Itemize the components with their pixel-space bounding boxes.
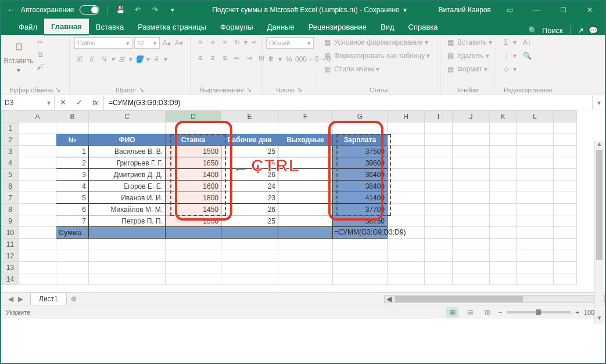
underline-icon[interactable]: Ч: [99, 54, 109, 64]
decrease-font-icon[interactable]: A▾: [174, 38, 184, 48]
spreadsheet-grid[interactable]: A B C D E F G H I J K L 1 2 № ФИО Ставка…: [1, 110, 605, 292]
delete-cells-icon[interactable]: ▦: [445, 51, 456, 61]
col-header[interactable]: [554, 111, 577, 122]
cell[interactable]: 38400: [333, 181, 388, 192]
col-header[interactable]: H: [388, 111, 425, 122]
orientation-icon[interactable]: ↻: [232, 37, 242, 48]
row-header[interactable]: 5: [2, 169, 19, 181]
expand-formula-icon[interactable]: ▾: [592, 95, 605, 110]
cell[interactable]: №: [56, 134, 89, 146]
font-color-icon[interactable]: A: [151, 54, 162, 64]
zoom-out-icon[interactable]: −: [499, 309, 502, 316]
align-middle-icon[interactable]: ≡: [207, 37, 218, 48]
copy-icon[interactable]: ⧉: [35, 49, 45, 60]
bold-icon[interactable]: Ж: [74, 54, 85, 64]
cell[interactable]: 7: [56, 215, 89, 227]
paste-button[interactable]: 📋 Вставить ▾: [6, 37, 31, 74]
row-header[interactable]: 10: [2, 227, 19, 239]
col-header[interactable]: C: [89, 111, 166, 122]
save-icon[interactable]: 💾: [113, 2, 128, 17]
table-format-label[interactable]: Форматировать как таблицу: [334, 52, 425, 60]
increase-font-icon[interactable]: A▴: [162, 38, 172, 48]
dialog-launcher-icon[interactable]: ↘: [55, 86, 60, 93]
cell[interactable]: 26: [221, 204, 278, 215]
row-header[interactable]: 2: [2, 134, 19, 146]
cell[interactable]: [278, 146, 333, 157]
zoom-in-icon[interactable]: +: [575, 309, 579, 316]
cancel-icon[interactable]: ✕: [55, 98, 71, 107]
col-header[interactable]: F: [278, 111, 333, 122]
insert-cells-label[interactable]: Вставить: [457, 38, 487, 46]
align-top-icon[interactable]: ≡: [195, 37, 206, 48]
fx-icon[interactable]: fx: [87, 98, 103, 107]
scroll-up-icon[interactable]: ▲: [595, 140, 604, 150]
close-icon[interactable]: ✕: [577, 1, 603, 19]
cell[interactable]: [278, 181, 333, 192]
col-header[interactable]: D: [166, 111, 221, 122]
border-icon[interactable]: ⊞: [116, 54, 127, 64]
font-size-select[interactable]: 12▾: [134, 37, 160, 49]
cut-icon[interactable]: ✂: [35, 37, 45, 48]
cell[interactable]: 41400: [333, 192, 388, 204]
row-header[interactable]: 3: [2, 146, 19, 157]
ribbon-options-icon[interactable]: ▭: [497, 1, 522, 19]
title-dropdown-icon[interactable]: ▾: [403, 6, 407, 14]
row-header[interactable]: 9: [2, 215, 19, 227]
share-icon[interactable]: ↗: [578, 26, 584, 35]
row-header[interactable]: 7: [2, 192, 19, 204]
cell[interactable]: 37700: [333, 204, 388, 215]
tab-layout[interactable]: Разметка страницы: [131, 19, 213, 35]
cell[interactable]: 25: [221, 146, 278, 157]
cell[interactable]: [278, 215, 333, 227]
row-header[interactable]: 12: [2, 250, 19, 262]
autosave-toggle[interactable]: [80, 5, 99, 15]
cell[interactable]: Зарплата: [333, 134, 388, 146]
cell[interactable]: 2: [56, 157, 89, 169]
cell[interactable]: Петров П. П.: [89, 215, 166, 227]
tab-file[interactable]: Файл: [12, 19, 44, 35]
cell[interactable]: 1650: [166, 157, 221, 169]
cell[interactable]: [221, 227, 278, 239]
col-header[interactable]: L: [517, 111, 554, 122]
chevron-down-icon[interactable]: ▾: [47, 99, 51, 107]
font-name-select[interactable]: Calibri▾: [74, 37, 132, 49]
col-header[interactable]: K: [490, 111, 517, 122]
cell[interactable]: ФИО: [89, 134, 166, 146]
cell[interactable]: Рабочие дни: [221, 134, 278, 146]
cell[interactable]: =СУММ(G3:G9;D3:D9): [333, 227, 388, 239]
undo-icon[interactable]: ↶: [130, 2, 145, 17]
clear-icon[interactable]: ◇: [501, 64, 511, 74]
row-header[interactable]: 13: [2, 262, 19, 273]
col-header[interactable]: E: [221, 111, 278, 122]
cell[interactable]: 25: [221, 215, 278, 227]
cell[interactable]: 24: [221, 157, 278, 169]
col-header[interactable]: J: [453, 111, 490, 122]
col-header[interactable]: G: [333, 111, 388, 122]
search-icon[interactable]: 🔍: [528, 26, 537, 35]
comments-icon[interactable]: 💬: [589, 26, 598, 35]
find-icon[interactable]: 🔍: [522, 51, 532, 61]
dialog-launcher-icon[interactable]: ↘: [297, 86, 302, 93]
row-header[interactable]: 14: [2, 273, 19, 285]
cell-styles-icon[interactable]: ▦: [322, 64, 332, 74]
sheet-tab[interactable]: Лист1: [30, 293, 67, 305]
cell[interactable]: Васильев В. В.: [89, 146, 166, 157]
row-header[interactable]: 1: [2, 122, 19, 134]
scroll-down-icon[interactable]: ▼: [595, 315, 604, 324]
scrollbar-thumb[interactable]: [395, 296, 523, 302]
cond-format-icon[interactable]: ▦: [322, 37, 332, 48]
vertical-scrollbar[interactable]: ▲ ▼: [594, 140, 604, 324]
cell[interactable]: [278, 204, 333, 215]
row-header[interactable]: 11: [2, 239, 19, 250]
cell[interactable]: 36400: [333, 169, 388, 181]
cell[interactable]: 6: [56, 204, 89, 215]
cell[interactable]: Дмитриев Д. Д.: [89, 169, 166, 181]
row-header[interactable]: 8: [2, 204, 19, 215]
redo-icon[interactable]: ↷: [148, 2, 163, 17]
page-layout-view-icon[interactable]: ▤: [464, 307, 476, 318]
cell[interactable]: [166, 227, 221, 239]
user-name[interactable]: Виталий Каиров: [438, 6, 491, 14]
cell[interactable]: Егоров Е. Е.: [89, 181, 166, 192]
col-header[interactable]: B: [56, 111, 89, 122]
normal-view-icon[interactable]: ▦: [446, 307, 459, 318]
